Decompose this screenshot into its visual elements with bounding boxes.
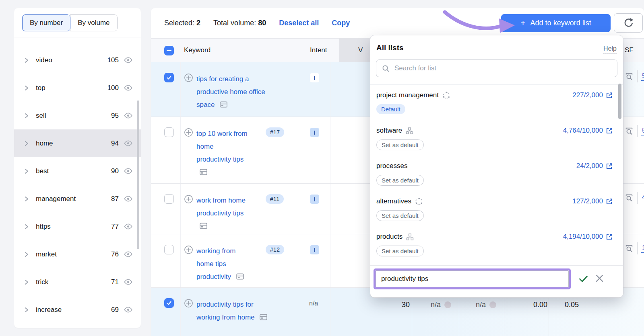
group-label: management — [36, 195, 111, 203]
group-count: 94 — [111, 139, 119, 148]
keyword-group-row[interactable]: management 87 — [14, 185, 141, 213]
chevron-right-icon[interactable] — [24, 224, 29, 229]
chevron-right-icon[interactable] — [24, 252, 29, 257]
new-list-name-input[interactable] — [376, 270, 569, 287]
column-header-sf[interactable]: SF — [625, 46, 634, 54]
set-as-default-button[interactable]: Set as default — [376, 210, 424, 221]
all-lists-dropdown: All lists Help project management 227/2,… — [370, 35, 623, 297]
list-name[interactable]: processes — [376, 162, 407, 170]
keyword-link[interactable]: top 10 work from home productivity tips — [196, 130, 248, 163]
eye-icon[interactable] — [124, 55, 133, 65]
keyword-group-row[interactable]: trick 71 — [14, 268, 141, 296]
serp-preview-icon[interactable] — [220, 101, 227, 108]
eye-icon[interactable] — [124, 83, 133, 92]
chevron-right-icon[interactable] — [24, 141, 29, 146]
copy-link[interactable]: Copy — [332, 19, 350, 27]
list-usage-link[interactable]: 24/2,000 — [576, 162, 613, 170]
list-name[interactable]: project management — [376, 91, 450, 99]
eye-icon[interactable] — [124, 305, 133, 314]
sidebar-scrollbar[interactable] — [137, 100, 139, 249]
chevron-right-icon[interactable] — [24, 113, 29, 119]
eye-icon[interactable] — [124, 222, 133, 231]
confirm-new-list-button[interactable] — [578, 273, 589, 284]
serp-position-badge: #17 — [266, 127, 284, 137]
sf-count-link[interactable]: 5 — [641, 72, 644, 81]
list-usage-link[interactable]: 4,764/10,000 — [563, 127, 613, 135]
keyword-link[interactable]: working from home tips productivity — [196, 247, 235, 281]
serp-features-icon[interactable] — [625, 127, 634, 135]
sort-by-number-button[interactable]: By number — [22, 14, 70, 31]
serp-preview-icon[interactable] — [200, 169, 207, 175]
help-link[interactable]: Help — [603, 45, 617, 53]
eye-icon[interactable] — [124, 277, 133, 287]
serp-features-icon[interactable] — [625, 193, 634, 202]
keyword-group-row[interactable]: home 94 — [14, 129, 141, 157]
row-checkbox[interactable] — [164, 127, 174, 137]
list-usage-link[interactable]: 227/2,000 — [572, 91, 613, 99]
keyword-group-row[interactable]: top 100 — [14, 74, 141, 102]
external-link-icon[interactable] — [606, 234, 613, 240]
column-header-keyword[interactable]: Keyword — [184, 46, 211, 54]
keyword-lists: project management 227/2,000 Default sof… — [370, 84, 623, 262]
external-link-icon[interactable] — [606, 92, 613, 99]
serp-features-icon[interactable] — [625, 244, 634, 253]
row-checkbox[interactable] — [164, 245, 174, 254]
list-usage-link[interactable]: 4,194/10,000 — [563, 233, 613, 241]
chevron-right-icon[interactable] — [24, 196, 29, 202]
chevron-right-icon[interactable] — [24, 57, 29, 63]
list-name[interactable]: products — [376, 233, 414, 241]
column-header-intent[interactable]: Intent — [310, 46, 327, 54]
eye-icon[interactable] — [124, 111, 133, 120]
keyword-group-row[interactable]: https 77 — [14, 213, 141, 240]
external-link-icon[interactable] — [606, 127, 613, 134]
external-link-icon[interactable] — [606, 198, 613, 205]
dropdown-scrollbar[interactable] — [618, 84, 621, 119]
keyword-group-row[interactable]: market 76 — [14, 240, 141, 268]
keyword-group-row[interactable]: video 105 — [14, 46, 141, 74]
serp-position-badge: #11 — [266, 194, 284, 204]
sf-count-link[interactable]: 5 — [641, 127, 644, 135]
chevron-right-icon[interactable] — [24, 307, 29, 313]
set-as-default-button[interactable]: Set as default — [376, 175, 424, 186]
eye-icon[interactable] — [124, 250, 133, 259]
chevron-right-icon[interactable] — [24, 279, 29, 285]
keyword-group-row[interactable]: best 90 — [14, 157, 141, 185]
keyword-link[interactable]: tips for creating a productive home offi… — [196, 75, 265, 109]
refresh-button[interactable] — [614, 13, 643, 33]
keyword-link[interactable]: work from home productivity tips — [196, 197, 246, 217]
add-to-keyword-list-button[interactable]: + Add to keyword list — [501, 14, 611, 32]
sort-by-volume-button[interactable]: By volume — [70, 14, 117, 31]
eye-icon[interactable] — [124, 166, 133, 176]
add-keyword-plus-icon[interactable] — [184, 245, 193, 254]
external-link-icon[interactable] — [606, 163, 613, 170]
search-input[interactable] — [394, 64, 617, 73]
keyword-group-row[interactable]: sell 95 — [14, 102, 141, 129]
chevron-right-icon[interactable] — [24, 168, 29, 174]
set-as-default-button[interactable]: Set as default — [376, 139, 424, 150]
row-checkbox[interactable] — [164, 194, 174, 204]
cancel-new-list-button[interactable] — [594, 273, 605, 284]
eye-icon[interactable] — [124, 194, 133, 203]
list-usage-link[interactable]: 127/2,000 — [572, 197, 613, 205]
sf-count-link[interactable]: 4 — [641, 193, 644, 202]
refresh-icon — [623, 18, 634, 28]
select-all-checkbox[interactable] — [164, 46, 174, 55]
keyword-group-row[interactable]: increase 69 — [14, 296, 141, 324]
set-as-default-button[interactable]: Set as default — [376, 246, 424, 256]
deselect-all-link[interactable]: Deselect all — [279, 19, 319, 27]
list-name[interactable]: alternatives — [376, 197, 423, 205]
add-keyword-plus-icon[interactable] — [184, 195, 193, 204]
serp-features-icon[interactable] — [625, 72, 634, 81]
chevron-right-icon[interactable] — [24, 85, 29, 91]
keyword-list-item: project management 227/2,000 Default — [370, 85, 623, 120]
column-header-volume[interactable]: V — [358, 46, 363, 54]
serp-preview-icon[interactable] — [200, 223, 207, 229]
serp-preview-icon[interactable] — [236, 273, 244, 280]
eye-icon[interactable] — [124, 139, 133, 148]
add-keyword-plus-icon[interactable] — [184, 128, 193, 137]
row-checkbox[interactable] — [164, 73, 174, 82]
sf-count-link[interactable]: 1 — [641, 244, 644, 253]
shared-list-icon — [415, 197, 423, 205]
add-keyword-plus-icon[interactable] — [184, 73, 193, 82]
list-name[interactable]: software — [376, 127, 413, 135]
